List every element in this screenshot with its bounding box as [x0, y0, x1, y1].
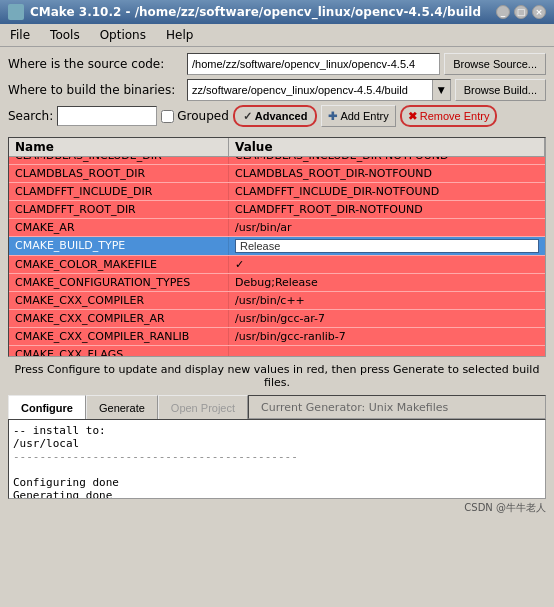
value-cell: /usr/bin/c++: [229, 292, 545, 309]
table-row[interactable]: CMAKE_CXX_COMPILER_RANLIB/usr/bin/gcc-ra…: [9, 328, 545, 346]
table-row[interactable]: CLAMDFFT_ROOT_DIRCLAMDFFT_ROOT_DIR-NOTFO…: [9, 201, 545, 219]
value-cell: CLAMDBLAS_ROOT_DIR-NOTFOUND: [229, 165, 545, 182]
status-text: Press Configure to update and display ne…: [15, 363, 540, 389]
name-cell: CMAKE_AR: [9, 219, 229, 236]
name-cell: CMAKE_CXX_COMPILER_AR: [9, 310, 229, 327]
main-content: Where is the source code: Browse Source.…: [0, 47, 554, 137]
build-binaries-row: Where to build the binaries: ▼ Browse Bu…: [8, 79, 546, 101]
build-input[interactable]: [188, 80, 432, 100]
log-content: -- install to: /usr/local---------------…: [13, 424, 541, 499]
name-cell: CMAKE_CXX_FLAGS: [9, 346, 229, 357]
column-value: Value: [229, 138, 545, 156]
log-area: -- install to: /usr/local---------------…: [8, 419, 546, 499]
open-project-tab[interactable]: Open Project: [158, 395, 248, 419]
csdn-label: CSDN @牛牛老人: [464, 501, 546, 515]
menu-options[interactable]: Options: [94, 26, 152, 44]
cmake-table: Name Value CLAMDBLAS_INCLUDE_DIRCLAMDBLA…: [8, 137, 546, 357]
source-input[interactable]: [187, 53, 440, 75]
table-row[interactable]: CMAKE_COLOR_MAKEFILE✓: [9, 256, 545, 274]
remove-entry-label: Remove Entry: [420, 110, 490, 122]
plus-icon: ✚: [328, 110, 337, 123]
table-row[interactable]: CLAMDBLAS_ROOT_DIRCLAMDBLAS_ROOT_DIR-NOT…: [9, 165, 545, 183]
value-cell: /usr/bin/gcc-ar-7: [229, 310, 545, 327]
table-row[interactable]: CMAKE_CXX_FLAGS: [9, 346, 545, 357]
log-line: -- install to:: [13, 424, 541, 437]
minimize-button[interactable]: _: [496, 5, 510, 19]
close-button[interactable]: ×: [532, 5, 546, 19]
advanced-checkmark: ✓: [243, 110, 252, 123]
value-cell: [229, 237, 545, 255]
generate-tab[interactable]: Generate: [86, 395, 158, 419]
window-controls: _ □ ×: [496, 5, 546, 19]
column-name: Name: [9, 138, 229, 156]
table-row[interactable]: CMAKE_CONFIGURATION_TYPESDebug;Release: [9, 274, 545, 292]
bottom-status: CSDN @牛牛老人: [0, 499, 554, 517]
name-cell: CMAKE_COLOR_MAKEFILE: [9, 256, 229, 273]
add-entry-button[interactable]: ✚ Add Entry: [321, 105, 395, 127]
selected-value-input[interactable]: [235, 239, 539, 253]
bottom-tabs: Configure Generate Open Project Current …: [8, 395, 546, 419]
name-cell: CMAKE_CXX_COMPILER: [9, 292, 229, 309]
table-header: Name Value: [9, 138, 545, 157]
build-input-wrap: ▼: [187, 79, 451, 101]
maximize-button[interactable]: □: [514, 5, 528, 19]
value-cell: ✓: [229, 256, 545, 273]
search-row: Search: Grouped ✓ Advanced ✚ Add Entry ✖…: [8, 105, 546, 127]
browse-build-button[interactable]: Browse Build...: [455, 79, 546, 101]
value-cell: CLAMDFFT_INCLUDE_DIR-NOTFOUND: [229, 183, 545, 200]
source-label: Where is the source code:: [8, 57, 183, 71]
name-cell: CLAMDFFT_INCLUDE_DIR: [9, 183, 229, 200]
log-line: ----------------------------------------…: [13, 450, 541, 463]
grouped-checkbox[interactable]: [161, 110, 174, 123]
search-input[interactable]: [57, 106, 157, 126]
menu-tools[interactable]: Tools: [44, 26, 86, 44]
log-line: Generating done: [13, 489, 541, 499]
table-body: CLAMDBLAS_INCLUDE_DIRCLAMDBLAS_INCLUDE_D…: [9, 147, 545, 357]
add-entry-label: Add Entry: [340, 110, 388, 122]
current-generator-label: Current Generator: Unix Makefiles: [248, 395, 546, 419]
value-cell: CLAMDFFT_ROOT_DIR-NOTFOUND: [229, 201, 545, 218]
table-row[interactable]: CMAKE_AR/usr/bin/ar: [9, 219, 545, 237]
value-cell: Debug;Release: [229, 274, 545, 291]
window-title: CMake 3.10.2 - /home/zz/software/opencv_…: [30, 5, 481, 19]
browse-source-button[interactable]: Browse Source...: [444, 53, 546, 75]
value-cell: /usr/bin/ar: [229, 219, 545, 236]
name-cell: CLAMDFFT_ROOT_DIR: [9, 201, 229, 218]
advanced-button[interactable]: ✓ Advanced: [233, 105, 318, 127]
menu-help[interactable]: Help: [160, 26, 199, 44]
log-line: [13, 463, 541, 476]
remove-entry-button[interactable]: ✖ Remove Entry: [400, 105, 498, 127]
log-line: /usr/local: [13, 437, 541, 450]
grouped-label: Grouped: [177, 109, 229, 123]
table-row[interactable]: CMAKE_CXX_COMPILER_AR/usr/bin/gcc-ar-7: [9, 310, 545, 328]
table-row[interactable]: CLAMDFFT_INCLUDE_DIRCLAMDFFT_INCLUDE_DIR…: [9, 183, 545, 201]
advanced-label: Advanced: [255, 110, 308, 122]
table-row[interactable]: CMAKE_BUILD_TYPE: [9, 237, 545, 256]
table-row[interactable]: CMAKE_CXX_COMPILER/usr/bin/c++: [9, 292, 545, 310]
x-icon: ✖: [408, 110, 417, 123]
build-dropdown-arrow[interactable]: ▼: [432, 80, 450, 100]
name-cell: CMAKE_BUILD_TYPE: [9, 237, 229, 255]
name-cell: CMAKE_CXX_COMPILER_RANLIB: [9, 328, 229, 345]
log-line: Configuring done: [13, 476, 541, 489]
search-label: Search:: [8, 109, 53, 123]
name-cell: CMAKE_CONFIGURATION_TYPES: [9, 274, 229, 291]
menu-bar: File Tools Options Help: [0, 24, 554, 47]
value-cell: [229, 346, 545, 357]
grouped-checkbox-wrap: Grouped: [161, 109, 229, 123]
title-bar: CMake 3.10.2 - /home/zz/software/opencv_…: [0, 0, 554, 24]
value-cell: /usr/bin/gcc-ranlib-7: [229, 328, 545, 345]
build-label: Where to build the binaries:: [8, 83, 183, 97]
configure-tab[interactable]: Configure: [8, 395, 86, 419]
menu-file[interactable]: File: [4, 26, 36, 44]
source-code-row: Where is the source code: Browse Source.…: [8, 53, 546, 75]
app-icon: [8, 4, 24, 20]
status-area: Press Configure to update and display ne…: [8, 361, 546, 391]
name-cell: CLAMDBLAS_ROOT_DIR: [9, 165, 229, 182]
